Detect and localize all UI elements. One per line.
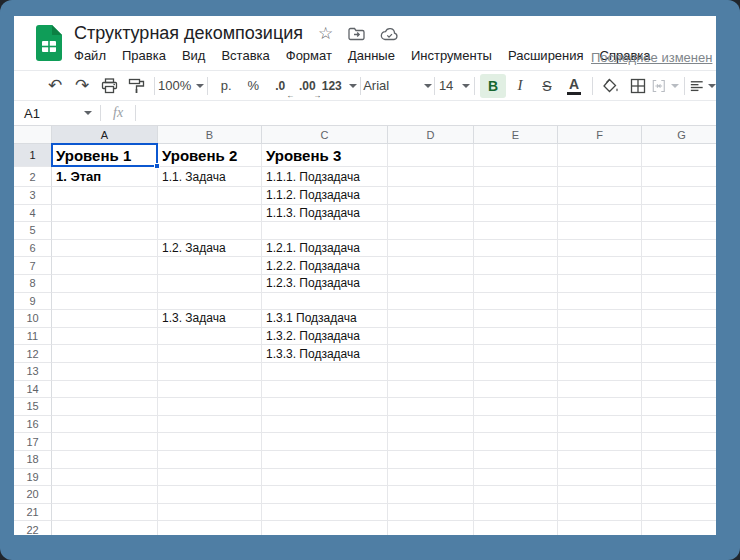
row-header-16[interactable]: 16 (14, 416, 52, 434)
cell-F12[interactable] (558, 345, 642, 363)
name-box[interactable]: A1 (14, 106, 100, 121)
cell-D17[interactable] (388, 433, 474, 451)
cell-G20[interactable] (642, 486, 716, 504)
cell-B8[interactable] (158, 275, 262, 293)
cell-B18[interactable] (158, 451, 262, 469)
cell-C13[interactable] (262, 363, 388, 381)
cell-D21[interactable] (388, 504, 474, 522)
cell-E9[interactable] (474, 293, 558, 311)
cell-B11[interactable] (158, 328, 262, 346)
cell-B12[interactable] (158, 345, 262, 363)
text-color-button[interactable]: A (561, 74, 587, 98)
font-select[interactable]: Arial (366, 74, 429, 98)
cell-C7[interactable]: 1.2.2. Подзадача (262, 257, 388, 275)
cell-B17[interactable] (158, 433, 262, 451)
cell-C11[interactable]: 1.3.2. Подзадача (262, 328, 388, 346)
undo-button[interactable]: ↶ (42, 74, 68, 98)
cell-F21[interactable] (558, 504, 642, 522)
cell-D3[interactable] (388, 187, 474, 205)
cell-D18[interactable] (388, 451, 474, 469)
cell-E18[interactable] (474, 451, 558, 469)
merge-cells-button[interactable] (652, 74, 679, 98)
cell-A9[interactable] (52, 293, 158, 311)
cell-A15[interactable] (52, 398, 158, 416)
cell-F10[interactable] (558, 310, 642, 328)
cell-F18[interactable] (558, 451, 642, 469)
select-all-corner[interactable] (14, 126, 52, 144)
cell-D11[interactable] (388, 328, 474, 346)
cell-A21[interactable] (52, 504, 158, 522)
cell-C16[interactable] (262, 416, 388, 434)
cell-C4[interactable]: 1.1.3. Подзадача (262, 205, 388, 223)
cell-G5[interactable] (642, 222, 716, 240)
cell-E12[interactable] (474, 345, 558, 363)
menu-item-extensions[interactable]: Расширения (508, 48, 584, 63)
cell-D5[interactable] (388, 222, 474, 240)
menu-item-data[interactable]: Данные (348, 48, 395, 63)
cell-F4[interactable] (558, 205, 642, 223)
cell-A7[interactable] (52, 257, 158, 275)
cell-E10[interactable] (474, 310, 558, 328)
cell-C3[interactable]: 1.1.2. Подзадача (262, 187, 388, 205)
cell-A1[interactable]: Уровень 1 (52, 144, 158, 167)
cell-G3[interactable] (642, 187, 716, 205)
borders-button[interactable] (625, 74, 651, 98)
cell-B9[interactable] (158, 293, 262, 311)
cell-A8[interactable] (52, 275, 158, 293)
print-button[interactable] (96, 74, 122, 98)
col-header-B[interactable]: B (158, 126, 262, 144)
cell-B20[interactable] (158, 486, 262, 504)
cell-G19[interactable] (642, 469, 716, 487)
cell-A16[interactable] (52, 416, 158, 434)
row-header-11[interactable]: 11 (14, 328, 52, 346)
number-format-menu[interactable]: 123 (321, 74, 355, 98)
cell-G1[interactable] (642, 144, 716, 167)
cell-C12[interactable]: 1.3.3. Подзадача (262, 345, 388, 363)
col-header-A[interactable]: A (52, 126, 158, 144)
menu-item-file[interactable]: Файл (74, 48, 106, 63)
cell-D7[interactable] (388, 257, 474, 275)
cell-G15[interactable] (642, 398, 716, 416)
cell-A19[interactable] (52, 469, 158, 487)
cell-A5[interactable] (52, 222, 158, 240)
cloud-saved-icon[interactable] (380, 27, 399, 41)
cell-A22[interactable] (52, 521, 158, 535)
cell-B16[interactable] (158, 416, 262, 434)
row-header-17[interactable]: 17 (14, 433, 52, 451)
cell-E3[interactable] (474, 187, 558, 205)
cell-D20[interactable] (388, 486, 474, 504)
cell-B7[interactable] (158, 257, 262, 275)
cell-C19[interactable] (262, 469, 388, 487)
cell-B22[interactable] (158, 521, 262, 535)
cell-C22[interactable] (262, 521, 388, 535)
cell-G13[interactable] (642, 363, 716, 381)
cell-C2[interactable]: 1.1.1. Подзадача (262, 167, 388, 187)
cell-F7[interactable] (558, 257, 642, 275)
cell-A18[interactable] (52, 451, 158, 469)
cell-G16[interactable] (642, 416, 716, 434)
cell-B6[interactable]: 1.2. Задача (158, 240, 262, 258)
cell-F3[interactable] (558, 187, 642, 205)
cell-G8[interactable] (642, 275, 716, 293)
cell-D15[interactable] (388, 398, 474, 416)
zoom-select[interactable]: 100% (160, 74, 202, 98)
row-header-14[interactable]: 14 (14, 381, 52, 399)
cell-C15[interactable] (262, 398, 388, 416)
sheets-logo-icon[interactable] (36, 25, 62, 61)
cell-B14[interactable] (158, 381, 262, 399)
row-header-4[interactable]: 4 (14, 205, 52, 223)
cell-D14[interactable] (388, 381, 474, 399)
cell-F22[interactable] (558, 521, 642, 535)
horizontal-align-button[interactable] (690, 74, 717, 98)
document-title[interactable]: Структурная декомпозиция (74, 23, 303, 44)
cell-G12[interactable] (642, 345, 716, 363)
row-header-8[interactable]: 8 (14, 275, 52, 293)
menu-item-format[interactable]: Формат (286, 48, 332, 63)
row-header-7[interactable]: 7 (14, 257, 52, 275)
strikethrough-button[interactable]: S (534, 74, 560, 98)
cell-G6[interactable] (642, 240, 716, 258)
cell-A12[interactable] (52, 345, 158, 363)
cell-E2[interactable] (474, 167, 558, 187)
increase-decimal-button[interactable]: .00→ (294, 74, 320, 98)
cell-B15[interactable] (158, 398, 262, 416)
